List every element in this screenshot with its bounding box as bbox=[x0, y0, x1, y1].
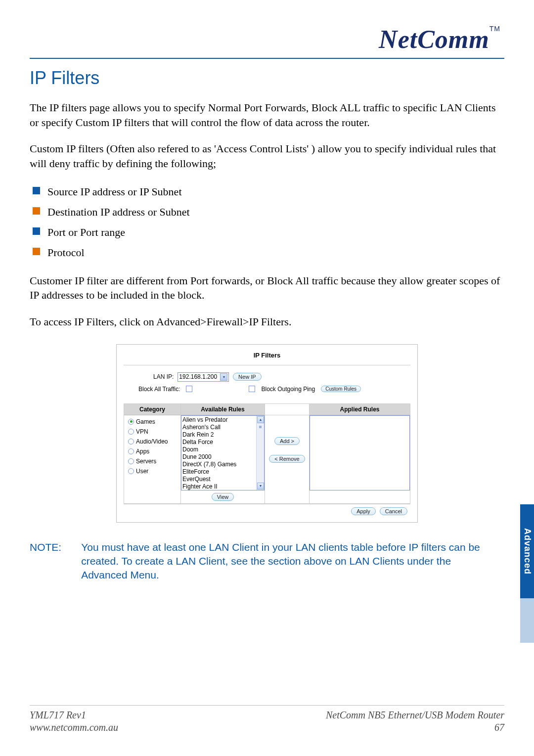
brand-logo: NetCommTM bbox=[379, 25, 500, 53]
lan-ip-value: 192.168.1.200 bbox=[179, 373, 217, 380]
list-item[interactable]: Fighter Ace II bbox=[182, 483, 263, 490]
intro-paragraph-1: The IP filters page allows you to specif… bbox=[30, 100, 504, 130]
note-body: You must have at least one LAN Client in… bbox=[81, 540, 504, 582]
category-header: Category bbox=[124, 404, 180, 415]
intro-paragraph-3: Customer IP filter are different from Po… bbox=[30, 273, 504, 303]
bullet-item: Destination IP address or Subnet bbox=[30, 203, 504, 221]
list-item[interactable]: EliteForce bbox=[182, 468, 263, 476]
brand-logo-tm: TM bbox=[490, 25, 500, 33]
scrollbar[interactable]: ▴ ▾ bbox=[256, 416, 264, 490]
side-tab-label: Advanced bbox=[522, 528, 533, 575]
mid-header-spacer bbox=[265, 404, 309, 415]
category-radio-av[interactable]: Audio/Video bbox=[128, 438, 178, 445]
applied-header: Applied Rules bbox=[310, 404, 410, 415]
category-radio-vpn[interactable]: VPN bbox=[128, 428, 178, 435]
panel-title: IP Filters bbox=[124, 352, 410, 365]
block-all-checkbox[interactable] bbox=[186, 386, 192, 392]
radio-icon bbox=[128, 458, 134, 464]
available-rules-listbox[interactable]: Alien vs Predator Asheron's Call Dark Re… bbox=[181, 415, 265, 490]
available-header: Available Rules bbox=[181, 404, 265, 415]
note-block: NOTE: You must have at least one LAN Cli… bbox=[30, 540, 504, 582]
scroll-thumb[interactable] bbox=[259, 426, 262, 428]
lan-ip-select[interactable]: 192.168.1.200 ▾ bbox=[178, 372, 229, 382]
category-radio-servers[interactable]: Servers bbox=[128, 458, 178, 465]
footer-left-bottom: www.netcomm.com.au bbox=[30, 722, 118, 733]
bullet-item: Port or Port range bbox=[30, 223, 504, 241]
note-label: NOTE: bbox=[30, 540, 61, 582]
cancel-button[interactable]: Cancel bbox=[380, 507, 407, 515]
header-divider bbox=[30, 58, 504, 59]
footer-page-number: 67 bbox=[494, 722, 504, 733]
category-radio-user[interactable]: User bbox=[128, 468, 178, 475]
list-item[interactable]: EverQuest bbox=[182, 476, 263, 483]
footer-right-top: NetComm NB5 Ethernet/USB Modem Router bbox=[326, 710, 504, 721]
lan-ip-label: LAN IP: bbox=[153, 373, 174, 380]
page-title: IP Filters bbox=[30, 68, 504, 89]
block-ping-checkbox[interactable] bbox=[249, 386, 255, 392]
footer-left-top: YML717 Rev1 bbox=[30, 710, 86, 721]
list-item[interactable]: Dark Rein 2 bbox=[182, 431, 263, 439]
view-button[interactable]: View bbox=[212, 493, 234, 501]
list-item[interactable]: Alien vs Predator bbox=[182, 416, 263, 424]
brand-logo-text: NetComm bbox=[379, 25, 490, 53]
remove-button[interactable]: < Remove bbox=[269, 455, 305, 463]
bullet-list: Source IP address or IP Subnet Destinati… bbox=[30, 183, 504, 262]
bullet-item: Protocol bbox=[30, 244, 504, 261]
list-item[interactable]: DirectX (7,8) Games bbox=[182, 461, 263, 468]
radio-icon bbox=[128, 429, 134, 435]
category-list: Games VPN Audio/Video Apps Servers User bbox=[124, 415, 180, 488]
list-item[interactable]: Asheron's Call bbox=[182, 424, 263, 431]
side-tab: Advanced bbox=[520, 504, 534, 598]
add-button[interactable]: Add > bbox=[274, 437, 300, 445]
bullet-item: Source IP address or IP Subnet bbox=[30, 183, 504, 200]
category-radio-apps[interactable]: Apps bbox=[128, 448, 178, 455]
footer-divider bbox=[30, 705, 504, 706]
apply-button[interactable]: Apply bbox=[351, 507, 376, 515]
page-footer: YML717 Rev1 NetComm NB5 Ethernet/USB Mod… bbox=[30, 705, 504, 733]
scroll-down-icon[interactable]: ▾ bbox=[257, 483, 264, 489]
category-radio-games[interactable]: Games bbox=[128, 418, 178, 425]
intro-paragraph-2: Custom IP filters (Often also refered to… bbox=[30, 141, 504, 171]
list-item[interactable]: Dune 2000 bbox=[182, 453, 263, 461]
radio-icon bbox=[128, 468, 134, 474]
radio-icon bbox=[128, 419, 134, 425]
embedded-screenshot: IP Filters LAN IP: 192.168.1.200 ▾ New I… bbox=[30, 344, 504, 523]
radio-icon bbox=[128, 439, 134, 445]
custom-rules-button[interactable]: Custom Rules bbox=[321, 386, 361, 392]
list-item[interactable]: Doom bbox=[182, 446, 263, 453]
filter-grid: Category Games VPN Audio/Video Apps Serv… bbox=[124, 403, 410, 504]
intro-paragraph-4: To access IP Filters, click on Advanced>… bbox=[30, 314, 504, 329]
ip-filters-panel: IP Filters LAN IP: 192.168.1.200 ▾ New I… bbox=[116, 344, 418, 523]
block-all-label: Block All Traffic: bbox=[138, 386, 180, 393]
radio-icon bbox=[128, 448, 134, 454]
new-ip-button[interactable]: New IP bbox=[233, 373, 261, 381]
list-item[interactable]: Delta Force bbox=[182, 439, 263, 446]
side-tab-extension bbox=[520, 598, 534, 643]
applied-rules-listbox[interactable] bbox=[310, 415, 410, 490]
block-ping-label: Block Outgoing Ping bbox=[261, 386, 315, 393]
logo-area: NetCommTM bbox=[30, 25, 504, 54]
chevron-down-icon[interactable]: ▾ bbox=[220, 373, 227, 381]
scroll-up-icon[interactable]: ▴ bbox=[257, 416, 264, 423]
